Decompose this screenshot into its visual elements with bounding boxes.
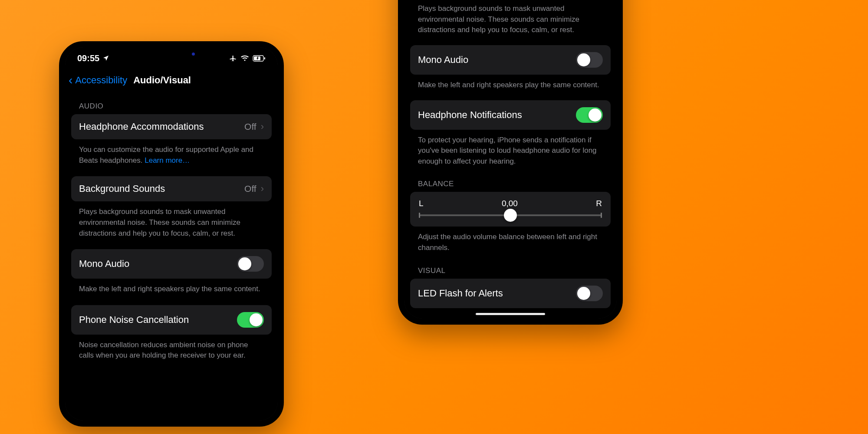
group-header-visual: VISUAL (404, 255, 617, 279)
footer-phone-noise-cancellation: Noise cancellation reduces ambient noise… (65, 335, 278, 363)
location-icon (102, 55, 109, 62)
toggle-mono-audio[interactable] (237, 256, 264, 272)
footer-mono-audio: Make the left and right speakers play th… (65, 279, 278, 296)
chevron-right-icon: › (261, 121, 264, 132)
home-indicator[interactable] (476, 313, 545, 315)
settings-content[interactable]: AUDIO Headphone Accommodations Off › You… (65, 91, 278, 421)
notch (124, 47, 219, 60)
balance-card: L 0,00 R (410, 192, 611, 227)
row-phone-noise-cancellation: Phone Noise Cancellation (71, 305, 272, 335)
learn-more-link[interactable]: Learn more… (145, 156, 190, 164)
toggle-phone-noise-cancellation[interactable] (237, 312, 264, 328)
toggle-led-flash-alerts[interactable] (576, 286, 603, 301)
row-label: Headphone Notifications (418, 109, 522, 121)
phone-right: Plays background sounds to mask unwanted… (398, 0, 623, 325)
row-headphone-notifications: Headphone Notifications (410, 100, 611, 130)
mute-switch[interactable] (59, 104, 59, 118)
row-headphone-accommodations[interactable]: Headphone Accommodations Off › (71, 114, 272, 139)
footer-background-sounds: Plays background sounds to mask unwanted… (65, 201, 278, 240)
back-button[interactable]: Accessibility (75, 75, 127, 86)
toggle-mono-audio[interactable] (576, 52, 603, 68)
slider-thumb[interactable] (504, 209, 517, 222)
footer-balance: Adjust the audio volume balance between … (404, 227, 617, 255)
row-label: Mono Audio (79, 258, 129, 270)
chevron-right-icon: › (261, 183, 264, 194)
svg-rect-1 (264, 57, 266, 59)
side-button[interactable] (622, 84, 623, 123)
screen: Plays background sounds to mask unwanted… (404, 0, 617, 319)
settings-content[interactable]: Plays background sounds to mask unwanted… (404, 2, 617, 319)
balance-left-label: L (419, 199, 424, 208)
nav-bar: ‹ Accessibility Audio/Visual (65, 70, 278, 91)
volume-down-button[interactable] (59, 161, 59, 188)
row-label: Mono Audio (418, 54, 468, 66)
row-label: LED Flash for Alerts (418, 288, 503, 299)
phone-left: 09:55 ‹ Accessibility Audio/Visual AUDI (59, 41, 284, 427)
status-time: 09:55 (77, 53, 99, 63)
footer-headphone-accommodations: You can customize the audio for supporte… (65, 139, 278, 168)
row-label: Background Sounds (79, 183, 165, 194)
back-chevron-icon[interactable]: ‹ (69, 74, 72, 86)
volume-up-button[interactable] (59, 130, 59, 157)
row-mono-audio: Mono Audio (71, 249, 272, 279)
wifi-icon (240, 55, 249, 62)
toggle-headphone-notifications[interactable] (576, 107, 603, 123)
row-background-sounds[interactable]: Background Sounds Off › (71, 176, 272, 201)
footer-mono-audio: Make the left and right speakers play th… (404, 75, 617, 92)
row-led-flash-alerts: LED Flash for Alerts (410, 279, 611, 308)
row-label: Headphone Accommodations (79, 121, 204, 132)
group-header-balance: BALANCE (404, 168, 617, 192)
row-label: Phone Noise Cancellation (79, 314, 189, 326)
camera-dot (192, 53, 195, 56)
balance-right-label: R (596, 199, 602, 208)
battery-icon (253, 55, 266, 62)
balance-value: 0,00 (502, 199, 518, 208)
balance-slider[interactable] (419, 214, 602, 216)
screen: 09:55 ‹ Accessibility Audio/Visual AUDI (65, 47, 278, 421)
airplane-icon (229, 54, 237, 62)
footer-background-sounds: Plays background sounds to mask unwanted… (404, 2, 617, 37)
row-mono-audio: Mono Audio (410, 45, 611, 75)
row-value: Off (244, 184, 256, 194)
row-value: Off (244, 122, 256, 132)
nav-title: Audio/Visual (133, 75, 191, 86)
footer-headphone-notifications: To protect your hearing, iPhone sends a … (404, 130, 617, 169)
group-header-audio: AUDIO (65, 91, 278, 114)
